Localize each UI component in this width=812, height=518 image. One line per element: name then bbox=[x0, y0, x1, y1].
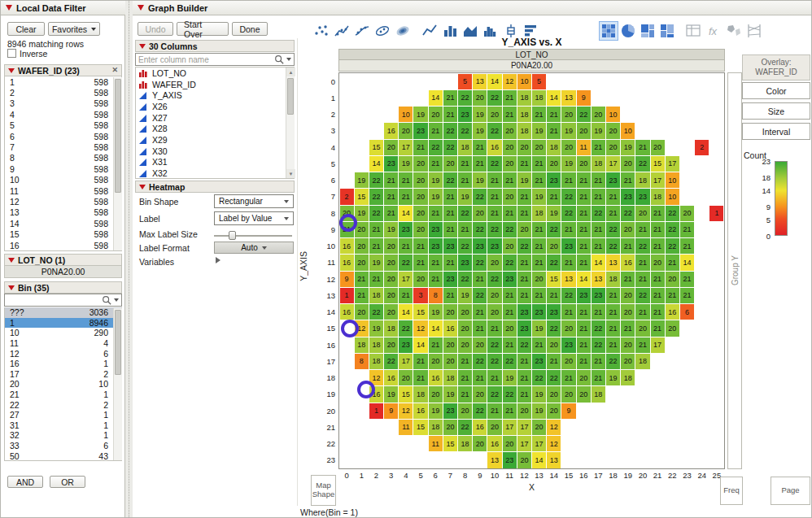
heatmap-cell[interactable]: 21 bbox=[429, 272, 443, 287]
filter-list-item[interactable]: 12598 bbox=[5, 196, 121, 207]
heatmap-cell[interactable]: 12 bbox=[547, 436, 561, 451]
heatmap-cell[interactable]: 23 bbox=[413, 123, 427, 138]
heatmap-cell[interactable]: 19 bbox=[443, 386, 457, 402]
heatmap-cell[interactable]: 19 bbox=[413, 107, 427, 122]
heatmap-cell[interactable]: 19 bbox=[606, 370, 620, 385]
heatmap-cell[interactable]: 19 bbox=[458, 288, 472, 303]
heatmap-cell[interactable]: 14 bbox=[487, 74, 501, 89]
heatmap-cell[interactable]: 20 bbox=[458, 304, 472, 320]
heatmap-cell[interactable]: 23 bbox=[547, 304, 561, 320]
filter-list-item[interactable]: 18946 bbox=[5, 318, 121, 329]
heatmap-cell[interactable]: 21 bbox=[561, 222, 575, 237]
heatmap-cell[interactable]: 20 bbox=[503, 123, 517, 138]
heatmap-cell[interactable]: 19 bbox=[429, 403, 443, 419]
heatmap-cell[interactable]: 22 bbox=[517, 337, 531, 353]
filter-list-item[interactable]: 2598 bbox=[5, 87, 121, 98]
heatmap-cell[interactable]: 17 bbox=[606, 156, 620, 172]
heatmap-cell[interactable]: 23 bbox=[443, 403, 457, 419]
heatmap-cell[interactable]: 20 bbox=[443, 420, 457, 435]
heatmap-cell[interactable]: 23 bbox=[384, 156, 398, 172]
heatmap-cell[interactable]: 21 bbox=[443, 255, 457, 270]
heatmap-cell[interactable]: 22 bbox=[561, 189, 575, 204]
heatmap-cell[interactable]: 23 bbox=[577, 288, 591, 303]
overlay-drop-zone[interactable]: Overlay: WAFER_ID bbox=[742, 54, 810, 81]
heatmap-cell[interactable]: 21 bbox=[577, 304, 591, 320]
heatmap-cell[interactable]: 18 bbox=[532, 90, 546, 106]
heatmap-cell[interactable]: 10 bbox=[606, 107, 620, 122]
heatmap-cell[interactable]: 21 bbox=[487, 320, 501, 336]
heatmap-cell[interactable]: 20 bbox=[503, 320, 517, 336]
heatmap-cell[interactable]: 17 bbox=[517, 436, 531, 451]
heatmap-cell[interactable]: 20 bbox=[487, 420, 501, 435]
heatmap-cell[interactable]: 21 bbox=[532, 255, 546, 270]
done-button[interactable]: Done bbox=[232, 22, 268, 36]
heatmap-cell[interactable]: 20 bbox=[503, 189, 517, 204]
heatmap-cell[interactable]: 20 bbox=[561, 320, 575, 336]
heatmap-cell[interactable]: 16 bbox=[487, 140, 501, 155]
heatmap-cell[interactable]: 21 bbox=[592, 354, 605, 369]
heatmap-cell[interactable]: 21 bbox=[651, 288, 665, 303]
heatmap-cell[interactable]: 22 bbox=[635, 238, 649, 254]
heatmap-cell[interactable]: 21 bbox=[458, 156, 472, 172]
heatmap-cell[interactable]: 17 bbox=[517, 420, 531, 435]
heatmap-cell[interactable]: 20 bbox=[635, 206, 649, 221]
heatmap-cell[interactable]: 21 bbox=[577, 172, 591, 188]
heatmap-cell[interactable]: 20 bbox=[503, 436, 517, 451]
filter-list-item[interactable]: 3598 bbox=[5, 98, 121, 109]
heatmap-cell[interactable]: 21 bbox=[561, 370, 575, 385]
filter-list-item[interactable]: 9598 bbox=[5, 163, 121, 174]
heatmap-cell[interactable]: 18 bbox=[458, 436, 472, 451]
heatmap-cell[interactable]: 19 bbox=[473, 107, 487, 122]
heatmap-cell[interactable]: 15 bbox=[399, 386, 413, 402]
heatmap-cell[interactable]: 21 bbox=[621, 172, 635, 188]
heatmap-cell[interactable]: 18 bbox=[369, 288, 383, 303]
heatmap-cell[interactable]: 18 bbox=[517, 90, 531, 106]
column-item-x28[interactable]: X28 bbox=[136, 123, 294, 134]
heatmap-cell[interactable]: 21 bbox=[369, 272, 383, 287]
heatmap-cell[interactable]: 21 bbox=[621, 238, 635, 254]
heatmap-cell[interactable]: 20 bbox=[384, 288, 398, 303]
heatmap-cell[interactable]: 20 bbox=[443, 304, 457, 320]
bin-list-scrollbar[interactable] bbox=[113, 308, 122, 460]
heatmap-cell[interactable]: 21 bbox=[592, 172, 605, 188]
heatmap-cell[interactable]: 21 bbox=[429, 123, 443, 138]
heatmap-cell[interactable]: 11 bbox=[577, 140, 591, 155]
heatmap-cell[interactable]: 14 bbox=[413, 337, 427, 353]
heatmap-cell[interactable]: 21 bbox=[577, 222, 591, 237]
heatmap-cell[interactable]: 21 bbox=[399, 238, 413, 254]
wafer-list-scrollbar[interactable] bbox=[113, 77, 122, 250]
heatmap-cell[interactable]: 23 bbox=[561, 238, 575, 254]
inverse-checkbox[interactable] bbox=[7, 49, 16, 58]
heatmap-cell[interactable]: 22 bbox=[443, 172, 457, 188]
heatmap-cell[interactable]: 9 bbox=[384, 403, 398, 419]
heatmap-cell[interactable]: 20 bbox=[487, 288, 501, 303]
heatmap-cell[interactable]: 20 bbox=[487, 304, 501, 320]
heatmap-cell[interactable]: 20 bbox=[517, 403, 531, 419]
filter-list-item[interactable]: 271 bbox=[5, 410, 121, 420]
heatmap-cell[interactable]: 23 bbox=[621, 189, 635, 204]
heatmap-cell[interactable]: 20 bbox=[384, 255, 398, 270]
heatmap-cell[interactable]: 22 bbox=[547, 222, 561, 237]
heatmap-cell[interactable]: 21 bbox=[443, 189, 457, 204]
heatmap-cell[interactable]: 20 bbox=[384, 238, 398, 254]
heatmap-cell[interactable]: 21 bbox=[458, 370, 472, 385]
filter-list-item[interactable]: 311 bbox=[5, 420, 121, 431]
heatmap-cell[interactable]: 19 bbox=[429, 172, 443, 188]
heatmap-cell[interactable]: 16 bbox=[384, 123, 398, 138]
variables-disclosure-icon[interactable] bbox=[216, 257, 220, 263]
heatmap-cell[interactable]: 22 bbox=[369, 172, 383, 188]
heatmap-cell[interactable]: 20 bbox=[413, 272, 427, 287]
heatmap-cell[interactable]: 18 bbox=[592, 156, 605, 172]
filter-list-item[interactable]: 6598 bbox=[5, 131, 121, 141]
heatmap-cell[interactable]: 19 bbox=[532, 320, 546, 336]
heatmap-cell[interactable]: 23 bbox=[606, 172, 620, 188]
heatmap-cell[interactable]: 22 bbox=[503, 386, 517, 402]
heatmap-cell[interactable]: 21 bbox=[606, 189, 620, 204]
heatmap-cell[interactable]: 21 bbox=[503, 172, 517, 188]
column-item-x31[interactable]: X31 bbox=[136, 157, 294, 168]
heatmap-cell[interactable]: 20 bbox=[503, 156, 517, 172]
heatmap-cell[interactable]: 17 bbox=[651, 172, 665, 188]
heatmap-cell[interactable]: 21 bbox=[592, 370, 605, 385]
heatmap-cell[interactable]: 20 bbox=[606, 140, 620, 155]
heatmap-cell[interactable]: 21 bbox=[532, 172, 546, 188]
